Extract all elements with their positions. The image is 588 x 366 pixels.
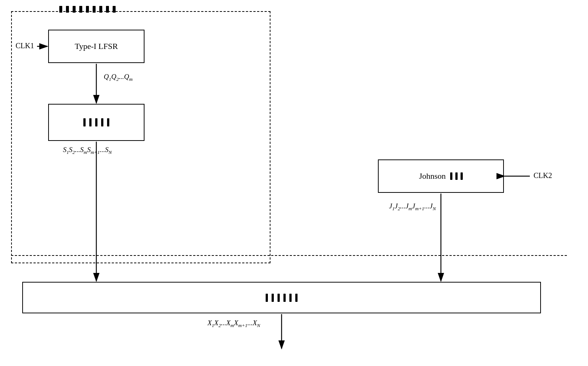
clk2-label: CLK2	[534, 171, 552, 180]
lfsr-box: Type-I LFSR	[48, 30, 144, 63]
s-signal-label: S1S2...SmSm+1...SN	[63, 146, 112, 155]
johnson-label: Johnson	[419, 171, 446, 181]
bbar-6	[295, 294, 298, 302]
horizontal-dashed-line	[11, 255, 567, 256]
mbar-5	[107, 118, 109, 126]
clk1-label: CLK1	[16, 42, 34, 50]
mbar-1	[83, 118, 86, 126]
bottom-box	[22, 282, 541, 313]
bbar-2	[272, 294, 274, 302]
jbar-1	[450, 172, 452, 180]
q-signal-label: Q1Q2...Qm	[104, 73, 133, 82]
diagram: Type-I LFSR Johnson	[0, 0, 588, 366]
lfsr-label: Type-I LFSR	[75, 42, 118, 51]
jbar-2	[455, 172, 458, 180]
mbar-3	[95, 118, 97, 126]
x-signal-label: X1X2...XmXm+1...XN	[207, 319, 260, 329]
bbar-5	[289, 294, 292, 302]
bbar-1	[266, 294, 268, 302]
bbar-3	[278, 294, 280, 302]
johnson-box: Johnson	[378, 159, 504, 193]
middle-box	[48, 104, 144, 141]
mbar-4	[101, 118, 103, 126]
johnson-bars	[450, 172, 463, 180]
mbar-2	[89, 118, 92, 126]
jbar-3	[461, 172, 463, 180]
j-signal-label: J1J2...JmJm+1...JN	[389, 202, 436, 212]
bottom-bars	[266, 294, 298, 302]
bbar-4	[283, 294, 286, 302]
johnson-content: Johnson	[419, 171, 463, 181]
middle-bars	[83, 118, 109, 126]
